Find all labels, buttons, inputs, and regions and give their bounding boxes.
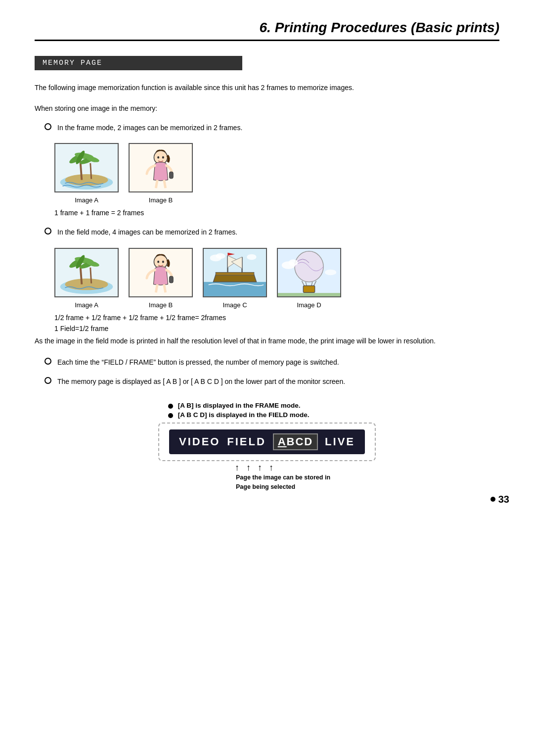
- monitor-a: A: [278, 435, 287, 448]
- image-label-a1: Image A: [75, 196, 98, 204]
- monitor-abcd: ABCD: [273, 433, 318, 450]
- svg-rect-52: [278, 293, 340, 296]
- field-frame-bullet: Each time the “FIELD / FRAME” button is …: [44, 357, 499, 368]
- image-item-c2: Image C: [203, 248, 267, 309]
- monitor-screen: VIDEO FIELD ABCD LIVE: [158, 423, 376, 461]
- field-mode-bullet: In the field mode, 4 images can be memor…: [44, 227, 499, 237]
- svg-rect-36: [216, 273, 254, 276]
- image-item-b2: Image B: [129, 248, 193, 309]
- image-item-a2: Image A: [54, 248, 119, 309]
- page-number-text: 33: [498, 494, 509, 505]
- balloon-svg: [278, 248, 340, 296]
- display-labels: [A B] is displayed in the FRAME mode. [A…: [168, 402, 396, 419]
- island-svg-2: [55, 248, 118, 296]
- resolution-text: As the image in the field mode is printe…: [35, 335, 499, 347]
- girl-svg-1: [130, 144, 192, 192]
- image-label-c2: Image C: [222, 301, 247, 309]
- monitor-field: FIELD: [227, 435, 266, 448]
- image-label-a2: Image A: [75, 301, 98, 309]
- arrows-row: ↑ ↑ ↑ ↑: [235, 463, 273, 472]
- svg-line-33: [164, 284, 166, 292]
- svg-rect-48: [303, 286, 314, 293]
- field-frame-text: Each time the “FIELD / FRAME” button is …: [57, 357, 339, 368]
- bullet-icon-4: [44, 377, 51, 384]
- monitor-bar: VIDEO FIELD ABCD LIVE: [169, 429, 365, 454]
- bullet-icon-6: [168, 413, 173, 418]
- page-bullet-icon: [490, 497, 495, 502]
- page-store-label: Page the image can be stored in: [236, 473, 330, 482]
- image-box-c2: [203, 248, 267, 297]
- arrow-1: ↑: [235, 463, 239, 472]
- bullet-icon-3: [44, 358, 51, 365]
- svg-line-15: [156, 180, 157, 188]
- arrows-section: ↑ ↑ ↑ ↑ Page the image can be stored in …: [235, 463, 396, 490]
- svg-point-41: [247, 254, 256, 260]
- image-box-a1: [54, 143, 119, 192]
- ship-svg: [204, 248, 266, 296]
- image-label-b2: Image B: [149, 301, 173, 309]
- image-label-b1: Image B: [149, 196, 173, 204]
- girl-svg-2: [130, 248, 192, 296]
- image-item-a1: Image A: [54, 143, 119, 204]
- svg-point-40: [216, 253, 225, 259]
- intro-text: The following image memorization functio…: [35, 82, 499, 93]
- bullet-icon: [44, 123, 51, 130]
- frame-mode-label: [A B] is displayed in the FRAME mode.: [168, 402, 396, 409]
- svg-point-29: [157, 261, 159, 263]
- arrow-4: ↑: [269, 463, 273, 472]
- field-mode-text: In the field mode, 4 images can be memor…: [57, 227, 237, 237]
- image-item-b1: Image B: [129, 143, 193, 204]
- arrow-2: ↑: [246, 463, 251, 472]
- svg-point-51: [325, 270, 336, 276]
- frame-mode-text: In the frame mode, 2 images can be memor…: [57, 122, 242, 133]
- monitor-video: VIDEO: [179, 435, 220, 448]
- svg-rect-14: [169, 172, 173, 179]
- monitor-display-area: [A B] is displayed in the FRAME mode. [A…: [138, 402, 396, 490]
- field-image-row: Image A: [54, 248, 499, 309]
- frame-mode-bullet: In the frame mode, 2 images can be memor…: [44, 122, 499, 133]
- field-mode-label: [A B C D] is displayed in the FIELD mode…: [168, 411, 396, 419]
- frame-image-row: Image A: [54, 143, 499, 204]
- page-container: 6. Printing Procedures (Basic prints) ME…: [0, 0, 534, 520]
- bullet-icon-5: [168, 404, 173, 409]
- image-label-d2: Image D: [297, 301, 321, 309]
- svg-point-30: [162, 261, 164, 263]
- memory-display-bullet: The memory page is displayed as [ A B ] …: [44, 376, 499, 387]
- image-box-a2: [54, 248, 119, 297]
- field-equation-2: 1 Field=1/2 frame: [54, 325, 499, 332]
- image-box-d2: [277, 248, 341, 297]
- page-title: 6. Printing Procedures (Basic prints): [35, 20, 499, 41]
- memory-display-text: The memory page is displayed as [ A B ] …: [57, 376, 345, 387]
- svg-point-12: [157, 156, 159, 158]
- svg-line-32: [156, 284, 157, 292]
- svg-line-24: [90, 268, 91, 284]
- page-selected-label: Page being selected: [236, 483, 295, 490]
- svg-line-16: [164, 180, 166, 188]
- section-header: MEMORY PAGE: [35, 56, 242, 70]
- when-storing-text: When storing one image in the memory:: [35, 103, 499, 114]
- arrow-3: ↑: [258, 463, 262, 472]
- svg-rect-31: [169, 276, 173, 283]
- image-box-b2: [129, 248, 193, 297]
- frame-equation: 1 frame + 1 frame = 2 frames: [54, 209, 499, 217]
- svg-line-7: [90, 163, 91, 179]
- svg-point-13: [162, 156, 164, 158]
- image-item-d2: Image D: [277, 248, 341, 309]
- field-equation-1: 1/2 frame + 1/2 frame + 1/2 frame + 1/2 …: [54, 314, 499, 322]
- svg-point-50: [288, 259, 298, 266]
- monitor-live: LIVE: [325, 435, 355, 448]
- image-box-b1: [129, 143, 193, 192]
- bullet-icon-2: [44, 228, 51, 235]
- page-number: 33: [490, 494, 509, 505]
- island-svg-1: [55, 144, 118, 192]
